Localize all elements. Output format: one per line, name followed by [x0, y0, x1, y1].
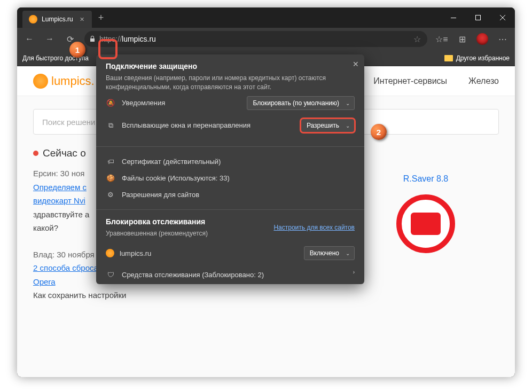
- collections-icon[interactable]: ⊞: [453, 30, 471, 48]
- new-tab-button[interactable]: +: [98, 12, 104, 23]
- url-text: https://lumpics.ru: [99, 35, 156, 43]
- popups-select[interactable]: Разрешить⌄: [301, 119, 355, 132]
- notifications-select[interactable]: Блокировать (по умолчанию)⌄: [247, 96, 355, 110]
- domain-favicon-icon: [106, 249, 114, 257]
- flyout-close-button[interactable]: ✕: [353, 60, 359, 68]
- logo-text: lumpics.: [51, 74, 95, 88]
- cookies-row[interactable]: 🍪 Файлы cookie (Используются: 33): [106, 170, 355, 186]
- nav-services[interactable]: Интернет-сервисы: [373, 76, 447, 86]
- comment-1-link[interactable]: Определяем с: [33, 183, 87, 192]
- trackers-row[interactable]: 🛡 Средства отслеживания (Заблокировано: …: [96, 265, 364, 284]
- logo-icon: [33, 74, 48, 89]
- chevron-down-icon: ⌄: [346, 100, 350, 106]
- menu-button[interactable]: ⋯: [494, 30, 512, 48]
- certificate-icon: 🏷: [106, 158, 115, 166]
- domain-row: lumpics.ru Включено⌄: [96, 241, 364, 265]
- other-favorites-folder[interactable]: Другое избранное: [444, 54, 510, 62]
- tracking-settings-link[interactable]: Настроить для всех сайтов: [273, 224, 355, 231]
- maximize-button[interactable]: [466, 7, 490, 28]
- chevron-down-icon: ⌄: [346, 122, 350, 128]
- chevron-down-icon: ⌄: [346, 250, 350, 256]
- profile-icon[interactable]: [473, 30, 491, 48]
- flyout-description: Ваши сведения (например, пароли или номе…: [106, 74, 355, 92]
- permission-popups: ⧉ Всплывающие окна и перенаправления Раз…: [106, 114, 355, 137]
- bell-icon: 🔕: [106, 99, 115, 107]
- svg-rect-0: [451, 18, 456, 18]
- permission-notifications: 🔕 Уведомления Блокировать (по умолчанию)…: [106, 92, 355, 114]
- browser-tab[interactable]: Lumpics.ru ✕: [22, 11, 92, 28]
- flyout-title: Подключение защищено: [106, 62, 355, 70]
- site-nav: Интернет-сервисы Железо: [373, 76, 499, 86]
- comment-1-link2[interactable]: видеокарт Nvi: [33, 196, 85, 205]
- tracking-desc: Уравновешенная (рекомендуется): [106, 229, 208, 238]
- cookie-icon: 🍪: [106, 174, 115, 182]
- nav-hardware[interactable]: Железо: [468, 76, 499, 86]
- titlebar: Lumpics.ru ✕ +: [17, 7, 515, 28]
- toolbar: ← → ⟳ https://lumpics.ru ☆ ☆≡ ⊞ ⋯: [17, 28, 515, 50]
- annotation-2: 2: [371, 124, 387, 140]
- lock-icon[interactable]: [89, 35, 96, 43]
- tracking-title: Блокировка отслеживания: [106, 217, 208, 226]
- annotation-1: 1: [69, 42, 85, 58]
- gear-icon: ⚙: [106, 191, 115, 199]
- favorites-icon[interactable]: ☆≡: [433, 30, 451, 48]
- site-info-flyout: ✕ Подключение защищено Ваши сведения (на…: [96, 54, 364, 284]
- close-window-button[interactable]: [490, 7, 515, 28]
- svg-rect-1: [476, 15, 481, 20]
- popup-icon: ⧉: [106, 121, 115, 130]
- tab-title: Lumpics.ru: [42, 15, 73, 23]
- rsaver-icon: [396, 194, 455, 253]
- program-rsaver[interactable]: R.Saver 8.8: [396, 174, 455, 315]
- site-permissions-row[interactable]: ⚙ Разрешения для сайтов: [106, 186, 355, 203]
- site-logo[interactable]: lumpics.: [33, 74, 95, 89]
- favicon-icon: [29, 15, 37, 23]
- certificate-row[interactable]: 🏷 Сертификат (действительный): [106, 153, 355, 170]
- window-controls: [441, 7, 515, 28]
- domain-tracking-select[interactable]: Включено⌄: [304, 246, 355, 260]
- shield-icon: 🛡: [106, 271, 115, 279]
- forward-button[interactable]: →: [41, 30, 59, 48]
- chevron-right-icon: ›: [353, 269, 355, 275]
- tab-close-button[interactable]: ✕: [77, 16, 87, 23]
- favorite-icon[interactable]: ☆: [413, 34, 421, 44]
- folder-icon: [444, 55, 453, 61]
- minimize-button[interactable]: [441, 7, 466, 28]
- address-bar[interactable]: https://lumpics.ru ☆: [84, 31, 427, 47]
- red-dot-icon: [33, 151, 38, 156]
- back-button[interactable]: ←: [20, 30, 38, 48]
